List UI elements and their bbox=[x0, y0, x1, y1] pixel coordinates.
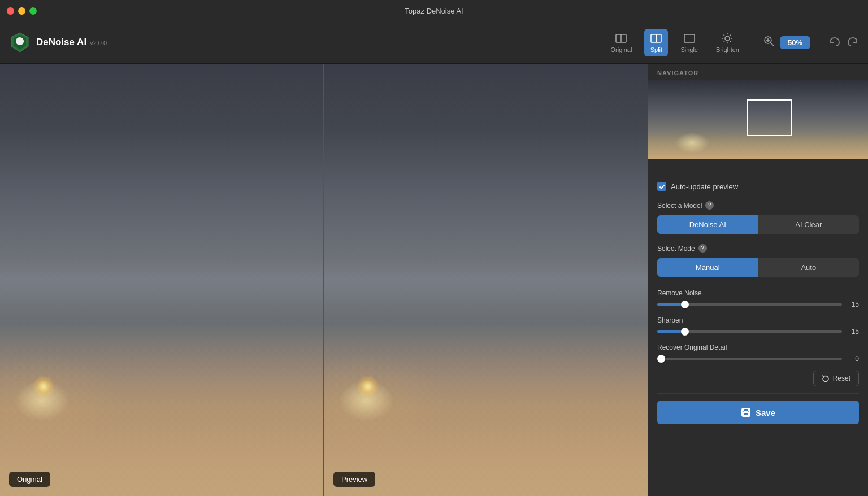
mode-help-icon[interactable]: ? bbox=[698, 244, 707, 253]
auto-update-label: Auto-update preview bbox=[671, 182, 738, 191]
redo-button[interactable] bbox=[847, 35, 859, 50]
separator-1 bbox=[648, 166, 868, 166]
save-button[interactable]: Save bbox=[657, 401, 859, 424]
svg-line-13 bbox=[724, 41, 725, 42]
svg-line-15 bbox=[770, 42, 774, 46]
svg-point-5 bbox=[725, 36, 730, 41]
model-section-label: Select a Model ? bbox=[657, 201, 859, 210]
model-ai-clear-button[interactable]: AI Clear bbox=[758, 215, 860, 234]
model-buttons: DeNoise AI AI Clear bbox=[657, 215, 859, 234]
view-buttons: Original Split Single bbox=[605, 29, 745, 56]
view-original-label: Original bbox=[611, 46, 632, 53]
recover-detail-value: 0 bbox=[848, 355, 859, 363]
navigator-thumbnail[interactable] bbox=[648, 80, 868, 159]
sharpen-value: 15 bbox=[848, 328, 859, 336]
title-bar: Topaz DeNoise AI bbox=[0, 0, 868, 21]
recover-detail-slider-row: 0 bbox=[657, 355, 859, 363]
app-version: v2.0.0 bbox=[90, 40, 107, 46]
original-image bbox=[0, 64, 323, 496]
close-button[interactable] bbox=[7, 7, 14, 15]
single-icon bbox=[683, 32, 696, 45]
view-split-button[interactable]: Split bbox=[644, 29, 668, 56]
app-logo: DeNoise AI v2.0.0 bbox=[9, 32, 107, 53]
zoom-icon bbox=[763, 35, 775, 50]
main-content: Original Preview NAVIGATOR bbox=[0, 64, 868, 496]
view-brighten-button[interactable]: Brighten bbox=[710, 29, 745, 56]
view-split-label: Split bbox=[650, 46, 662, 53]
preview-panel: Preview bbox=[323, 64, 648, 496]
sharpen-track[interactable] bbox=[657, 330, 842, 333]
remove-noise-thumb[interactable] bbox=[681, 301, 689, 308]
reset-button[interactable]: Reset bbox=[813, 371, 859, 386]
navigator-viewport[interactable] bbox=[747, 99, 792, 136]
mode-buttons: Manual Auto bbox=[657, 258, 859, 277]
mode-manual-button[interactable]: Manual bbox=[657, 258, 758, 277]
view-single-button[interactable]: Single bbox=[675, 29, 704, 56]
brighten-icon bbox=[721, 32, 734, 45]
app-logo-icon bbox=[9, 32, 31, 53]
original-icon bbox=[615, 32, 627, 45]
model-denoise-ai-button[interactable]: DeNoise AI bbox=[657, 215, 758, 234]
zoom-badge[interactable]: 50% bbox=[780, 36, 810, 49]
controls-section: Auto-update preview Select a Model ? DeN… bbox=[648, 173, 868, 496]
auto-update-row: Auto-update preview bbox=[657, 182, 859, 191]
recover-detail-slider-section: Recover Original Detail 0 bbox=[657, 343, 859, 363]
reset-icon bbox=[822, 375, 830, 382]
zoom-area: 50% bbox=[763, 35, 810, 50]
remove-noise-slider-row: 15 bbox=[657, 301, 859, 308]
mode-section-label: Select Mode ? bbox=[657, 244, 859, 253]
reset-row: Reset bbox=[657, 371, 859, 386]
sharpen-slider-row: 15 bbox=[657, 328, 859, 336]
traffic-lights bbox=[7, 7, 37, 15]
reset-label: Reset bbox=[833, 375, 850, 382]
save-icon bbox=[741, 407, 751, 417]
svg-rect-19 bbox=[744, 408, 748, 411]
recover-detail-label: Recover Original Detail bbox=[657, 343, 859, 351]
preview-image bbox=[324, 64, 648, 496]
separator-2 bbox=[657, 393, 859, 394]
view-single-label: Single bbox=[680, 46, 698, 53]
recover-detail-track[interactable] bbox=[657, 358, 842, 360]
original-panel: Original bbox=[0, 64, 323, 496]
svg-line-12 bbox=[730, 34, 731, 36]
auto-update-checkbox[interactable] bbox=[657, 182, 666, 191]
remove-noise-track[interactable] bbox=[657, 303, 842, 306]
save-label: Save bbox=[756, 408, 775, 417]
minimize-button[interactable] bbox=[18, 7, 25, 15]
remove-noise-label: Remove Noise bbox=[657, 289, 859, 297]
svg-rect-4 bbox=[684, 34, 695, 42]
navigator-section: NAVIGATOR bbox=[648, 64, 868, 159]
view-brighten-label: Brighten bbox=[716, 46, 739, 53]
mode-auto-button[interactable]: Auto bbox=[758, 258, 860, 277]
recover-detail-thumb[interactable] bbox=[657, 355, 665, 363]
toolbar: DeNoise AI v2.0.0 Original Split Sin bbox=[0, 21, 868, 64]
maximize-button[interactable] bbox=[29, 7, 37, 15]
right-panel: NAVIGATOR Auto-update preview Select a M… bbox=[648, 64, 868, 496]
navigator-label: NAVIGATOR bbox=[648, 64, 868, 80]
sharpen-thumb[interactable] bbox=[681, 328, 689, 336]
view-original-button[interactable]: Original bbox=[605, 29, 638, 56]
original-panel-label: Original bbox=[9, 472, 50, 487]
svg-line-10 bbox=[724, 34, 725, 36]
sharpen-slider-section: Sharpen 15 bbox=[657, 316, 859, 336]
remove-noise-slider-section: Remove Noise 15 bbox=[657, 289, 859, 308]
split-icon bbox=[650, 32, 662, 45]
model-help-icon[interactable]: ? bbox=[705, 201, 714, 210]
remove-noise-value: 15 bbox=[848, 301, 859, 308]
sharpen-label: Sharpen bbox=[657, 316, 859, 324]
svg-rect-20 bbox=[743, 412, 749, 416]
undo-button[interactable] bbox=[828, 35, 841, 50]
app-name: DeNoise AI bbox=[36, 37, 86, 48]
image-panels: Original Preview bbox=[0, 64, 648, 496]
preview-panel-label: Preview bbox=[333, 472, 375, 487]
window-title: Topaz DeNoise AI bbox=[405, 7, 463, 15]
undo-redo-controls bbox=[828, 35, 859, 50]
svg-line-11 bbox=[730, 41, 731, 42]
